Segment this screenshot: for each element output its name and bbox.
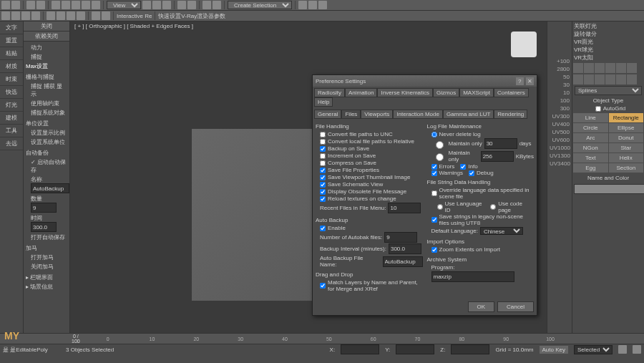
create-section[interactable]: Section: [609, 163, 644, 173]
chk-increment[interactable]: [320, 153, 326, 159]
tb-rotate-icon[interactable]: [82, 1, 90, 9]
tab-animation[interactable]: Animation: [345, 88, 378, 97]
chk-schematic[interactable]: [320, 182, 326, 188]
shapes-cat-icon[interactable]: [584, 74, 594, 84]
default-language-select[interactable]: Chinese: [480, 227, 523, 235]
tb-snap-icon[interactable]: [142, 1, 151, 9]
tb2-label-2[interactable]: 快速设置V-Ray渲染器参数: [158, 12, 225, 20]
log-kb-input[interactable]: [481, 151, 514, 162]
motion-tab-icon[interactable]: [605, 63, 615, 73]
chk-backup[interactable]: [320, 146, 326, 152]
panel-item[interactable]: 关闭加马: [24, 262, 69, 271]
tab-radiosity[interactable]: Radiosity: [314, 88, 345, 97]
rp[interactable]: VR太阳: [574, 54, 643, 62]
panel-item[interactable]: 捕捉 捕获 显示: [24, 82, 69, 99]
autokey-button[interactable]: Auto Key: [540, 346, 568, 354]
rn[interactable]: 30: [547, 81, 572, 89]
z-input[interactable]: [451, 344, 489, 354]
create-egg[interactable]: Egg: [573, 163, 608, 173]
radio-maintain-kb[interactable]: [435, 153, 444, 161]
chk-fileprops[interactable]: [320, 168, 326, 173]
tab-gamma[interactable]: Gamma and LUT: [443, 110, 494, 119]
helpers-cat-icon[interactable]: [616, 74, 626, 84]
tb-curve-icon[interactable]: [213, 1, 221, 9]
radio-use-langid[interactable]: [437, 204, 443, 210]
radio-never-delete[interactable]: [431, 132, 437, 137]
autobak-num-input[interactable]: [384, 232, 417, 243]
close-icon[interactable]: ✕: [526, 77, 534, 85]
rn[interactable]: 50: [547, 73, 572, 81]
rn[interactable]: UV600: [547, 136, 572, 144]
autobak-name-input[interactable]: [383, 256, 423, 267]
tb-move-icon[interactable]: [72, 1, 80, 9]
create-arc[interactable]: Arc: [573, 133, 608, 142]
y-input[interactable]: [396, 344, 434, 354]
panel-item[interactable]: 捕捉系统对象: [24, 108, 69, 117]
left-item[interactable]: 文字: [0, 21, 23, 34]
create-text[interactable]: Text: [573, 153, 608, 163]
rn[interactable]: UV1300: [547, 152, 572, 160]
rp[interactable]: 旋转做分: [574, 30, 643, 38]
chk-compress[interactable]: [320, 160, 326, 166]
rn[interactable]: UV500: [547, 128, 572, 136]
tab-interaction[interactable]: Interaction Mode: [393, 110, 443, 119]
tb2-d-icon[interactable]: [31, 11, 40, 20]
rn[interactable]: 100: [547, 97, 572, 105]
chk-autogrid[interactable]: [595, 106, 601, 112]
key-icon[interactable]: [633, 345, 641, 354]
create-tab-icon[interactable]: [573, 63, 583, 73]
panel-item[interactable]: 动力: [24, 43, 69, 52]
tb2-c-icon[interactable]: [21, 11, 30, 20]
viewcube-icon[interactable]: [511, 32, 537, 57]
key-mode-select[interactable]: Selected: [574, 345, 613, 354]
rn[interactable]: UV1000: [547, 144, 572, 152]
panel-item[interactable]: ✓ 启动自动保存: [24, 158, 69, 175]
rn[interactable]: 10: [547, 89, 572, 97]
left-item[interactable]: 材质: [0, 60, 23, 73]
radio-maintain-days[interactable]: [435, 141, 444, 149]
create-circle[interactable]: Circle: [573, 123, 608, 132]
panel-item[interactable]: ▸ 栏嗯界面: [24, 273, 69, 282]
cameras-cat-icon[interactable]: [605, 74, 615, 84]
tab-general[interactable]: General: [314, 110, 341, 119]
panel-hdr-2[interactable]: 依赖关闭: [24, 32, 69, 42]
object-name-input[interactable]: [574, 184, 644, 194]
chk-obsolete[interactable]: [320, 189, 326, 195]
radio-use-codepage[interactable]: [490, 204, 496, 210]
tb2-i-icon[interactable]: [92, 11, 100, 20]
tab-maxscript[interactable]: MAXScript: [459, 88, 494, 97]
left-item[interactable]: 快选: [0, 86, 23, 99]
chk-match-layers[interactable]: [320, 283, 326, 289]
tb-mat-icon[interactable]: [298, 1, 307, 9]
tab-gizmos[interactable]: Gizmos: [433, 88, 459, 97]
chk-warnings[interactable]: [431, 170, 437, 176]
panel-item[interactable]: 捕捉: [24, 52, 69, 62]
chk-thumb[interactable]: [320, 175, 326, 180]
tb-align-icon[interactable]: [187, 1, 196, 9]
tb-link-icon[interactable]: [26, 1, 35, 9]
tb-unlink-icon[interactable]: [36, 1, 45, 9]
display-tab-icon[interactable]: [616, 63, 626, 73]
panel-item[interactable]: Max设置: [24, 62, 69, 71]
rp[interactable]: VR球光: [574, 46, 643, 54]
tb-scale-icon[interactable]: [92, 1, 100, 9]
viewport[interactable]: [ + ] [ Orthographic ] [ Shaded + Edged …: [70, 21, 547, 333]
chk-errors[interactable]: [431, 164, 437, 170]
ok-button[interactable]: OK: [468, 301, 495, 312]
chk-override-lang[interactable]: [431, 190, 437, 196]
tb-redo-icon[interactable]: [11, 1, 20, 9]
panel-item[interactable]: 设置系统单位: [24, 137, 69, 147]
panel-backup-num[interactable]: [31, 203, 57, 213]
panel-hdr-1[interactable]: 关闭: [24, 21, 69, 32]
play-icon[interactable]: [618, 345, 627, 354]
create-rectangle[interactable]: Rectangle: [609, 113, 644, 122]
chk-relative[interactable]: [320, 139, 326, 145]
panel-backup-name[interactable]: [31, 183, 69, 193]
tab-help[interactable]: Help: [314, 97, 333, 107]
tab-files[interactable]: Files: [341, 110, 361, 119]
left-item[interactable]: 灯光: [0, 99, 23, 112]
chk-debug[interactable]: [469, 170, 474, 176]
tb-mirror-icon[interactable]: [177, 1, 186, 9]
panel-backup-time[interactable]: [31, 222, 57, 232]
tab-containers[interactable]: Containers: [494, 88, 529, 97]
